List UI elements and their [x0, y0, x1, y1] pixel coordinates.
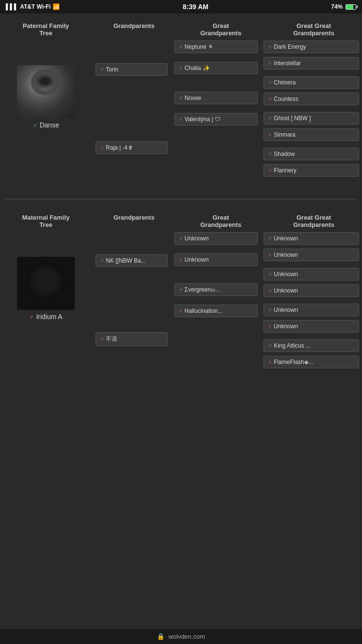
paternal-headers: Paternal Family Tree Grandparents Great … — [0, 18, 362, 39]
maternal-col2-header: Great Grandparents — [176, 214, 265, 228]
maternal-tree: ♀ Iridium A ♂ NK [[NBW Ba... ♀ 不语 ♂ Unkn… — [0, 230, 362, 375]
maternal-subject-name: ♀ Iridium A — [29, 313, 63, 321]
maternal-section: Maternal Family Tree Grandparents Great … — [0, 205, 362, 385]
battery-percent: 74% — [331, 3, 343, 10]
paternal-gggp-0[interactable]: ♂ Dark Energy — [264, 41, 359, 53]
maternal-gggp-4[interactable]: ♂ Unknown — [264, 304, 359, 316]
paternal-col3-header: Great Great Grandparents — [265, 22, 362, 37]
paternal-section: Paternal Family Tree Grandparents Great … — [0, 14, 362, 193]
paternal-col1-header: Grandparents — [92, 22, 176, 37]
maternal-gggp-7[interactable]: ♀ FlameFlash◈... — [264, 356, 359, 368]
paternal-gggp-2[interactable]: ♂ Chimera — [264, 76, 359, 89]
maternal-ggp-0[interactable]: ♂ Unknown — [174, 232, 258, 245]
status-bar: ▌▌▌ AT&T Wi-Fi 📶 8:39 AM 74% — [0, 0, 362, 14]
paternal-gggp-col: ♂ Dark Energy ♀ Interstellar ♂ Chimera ♀… — [261, 39, 362, 179]
paternal-gggp-5[interactable]: ♀ Sinmara — [264, 128, 359, 141]
paternal-col0-header: Paternal Family Tree — [0, 22, 92, 37]
status-right: 74% — [331, 3, 356, 10]
maternal-gggp-5[interactable]: ♀ Unknown — [264, 320, 359, 333]
maternal-headers: Maternal Family Tree Grandparents Great … — [0, 210, 362, 230]
paternal-ggp-2[interactable]: ♂ Noxee — [174, 92, 258, 104]
paternal-subject-col: ♂ Danse — [0, 39, 92, 179]
wifi-icon: 📶 — [53, 3, 60, 10]
maternal-col3-header: Great Great Grandparents — [265, 214, 362, 228]
bottom-bar-text: wolvden.com — [168, 633, 205, 640]
paternal-gggp-4[interactable]: ♂ Ghost [ NBW ] — [264, 112, 359, 125]
carrier-name: AT&T Wi-Fi — [20, 3, 51, 10]
maternal-gggp-col: ♂ Unknown ♀ Unknown ♂ Unknown ♀ Unknown … — [261, 230, 362, 370]
section-divider — [5, 199, 357, 199]
paternal-gggp-1[interactable]: ♀ Interstellar — [264, 57, 359, 70]
maternal-gp-col: ♂ NK [[NBW Ba... ♀ 不语 — [92, 230, 171, 370]
bottom-bar: 🔒 wolvden.com — [0, 629, 362, 644]
lock-icon: 🔒 — [157, 633, 165, 640]
paternal-gggp-7[interactable]: ♀ Flannery — [264, 164, 359, 177]
paternal-subject-avatar — [17, 65, 75, 118]
maternal-gggp-2[interactable]: ♂ Unknown — [264, 268, 359, 280]
paternal-gp-0[interactable]: ♂ Torin — [96, 63, 167, 76]
male-symbol: ♂ — [33, 121, 40, 129]
maternal-gggp-6[interactable]: ♂ King Atticus ... — [264, 339, 359, 352]
maternal-gp-1[interactable]: ♀ 不语 — [96, 332, 167, 346]
maternal-gp-0[interactable]: ♂ NK [[NBW Ba... — [96, 254, 167, 267]
maternal-col0-header: Maternal Family Tree — [0, 214, 92, 228]
maternal-gggp-0[interactable]: ♂ Unknown — [264, 232, 359, 245]
paternal-gp-col: ♂ Torin ♀ Raja | ·4🗡 — [92, 39, 171, 179]
signal-icon: ▌▌▌ — [6, 3, 18, 10]
paternal-ggp-col: ♂ Neptune ⚘ ♀ Chalia ✨ ♂ Noxee ♀ Valentý… — [171, 39, 261, 179]
paternal-subject-name: ♂ Danse — [33, 121, 59, 129]
maternal-ggp-col: ♂ Unknown ♀ Unknown ♂ Σvergreen𝔴... ♀ Ha… — [171, 230, 261, 370]
maternal-ggp-1[interactable]: ♀ Unknown — [174, 253, 258, 266]
maternal-gggp-3[interactable]: ♀ Unknown — [264, 284, 359, 297]
maternal-ggp-3[interactable]: ♀ Hallucination... — [174, 305, 258, 317]
status-carrier: ▌▌▌ AT&T Wi-Fi 📶 — [6, 3, 60, 10]
status-time: 8:39 AM — [182, 3, 208, 11]
maternal-subject-col: ♀ Iridium A — [0, 230, 92, 370]
maternal-col1-header: Grandparents — [92, 214, 176, 228]
paternal-gp-1[interactable]: ♀ Raja | ·4🗡 — [96, 141, 167, 154]
paternal-col2-header: Great Grandparents — [176, 22, 265, 37]
battery-icon — [346, 4, 356, 10]
paternal-ggp-0[interactable]: ♂ Neptune ⚘ — [174, 41, 258, 53]
maternal-subject-avatar — [17, 257, 75, 310]
paternal-ggp-3[interactable]: ♀ Valentýna | 🛡 — [174, 113, 258, 126]
maternal-gggp-1[interactable]: ♀ Unknown — [264, 249, 359, 261]
female-symbol: ♀ — [29, 313, 36, 321]
paternal-gggp-6[interactable]: ♂ Shadow — [264, 148, 359, 160]
maternal-ggp-2[interactable]: ♂ Σvergreen𝔴... — [174, 283, 258, 296]
paternal-gggp-3[interactable]: ♀ Countess — [264, 93, 359, 105]
paternal-tree: ♂ Danse ♂ Torin ♀ Raja | ·4🗡 ♂ Neptune ⚘… — [0, 39, 362, 183]
paternal-ggp-1[interactable]: ♀ Chalia ✨ — [174, 62, 258, 74]
